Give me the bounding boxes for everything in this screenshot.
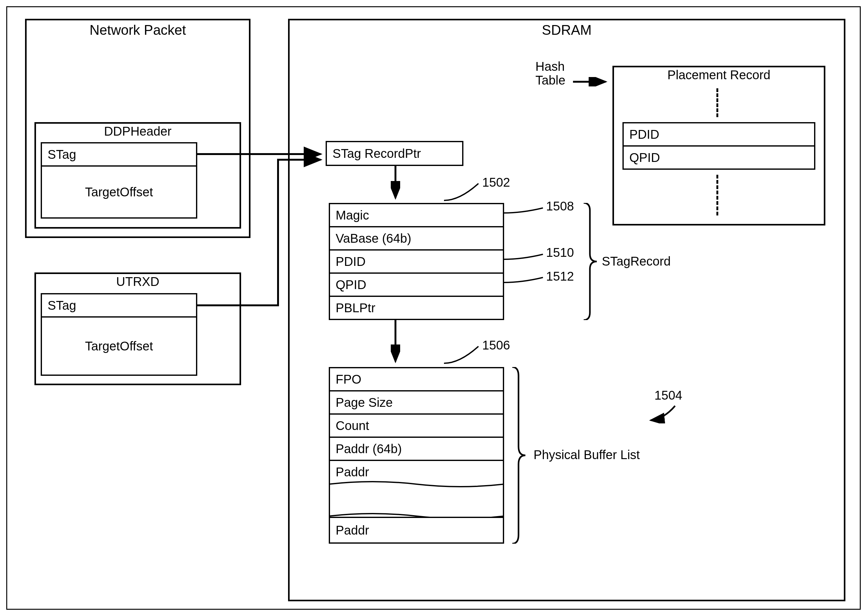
placement-record-ellipsis-top	[716, 88, 718, 117]
arrow-utrxd-to-recordptr	[196, 154, 326, 316]
ref-1506: 1506	[482, 338, 510, 352]
ref-1506-leader	[444, 344, 482, 366]
ref-1512: 1512	[546, 269, 574, 283]
sdram-title: SDRAM	[290, 22, 844, 38]
ref-1504: 1504	[654, 388, 682, 402]
stagrecord-label: STagRecord	[602, 254, 671, 269]
stagrecord-qpid: QPID	[329, 272, 504, 297]
pbl-paddr-2: Paddr	[329, 517, 504, 544]
ddp-targetoffset-cell: TargetOffset	[41, 165, 197, 218]
hash-table-label: Hash Table	[536, 60, 565, 87]
pbl-paddr64: Paddr (64b)	[329, 437, 504, 461]
stagrecord-pdid: PDID	[329, 249, 504, 274]
utrxd-targetoffset-cell: TargetOffset	[41, 316, 197, 376]
ddp-stag-cell: STag	[41, 142, 197, 167]
ref-1510-leader	[504, 253, 544, 266]
pbl-gap-top-wave	[329, 481, 504, 487]
pbl-paddr-1: Paddr	[329, 460, 504, 484]
ref-1508-leader	[504, 207, 544, 219]
ref-1510: 1510	[546, 245, 574, 259]
placement-record-pdid: PDID	[622, 122, 815, 146]
pbl-gap-cell	[329, 483, 504, 517]
diagram-canvas: Network Packet DDPHeader STag TargetOffs…	[0, 0, 867, 616]
utrxd-stag-cell: STag	[41, 293, 197, 317]
ref-1502: 1502	[482, 175, 510, 190]
pbl-brace	[512, 367, 526, 544]
placement-record-title: Placement Record	[614, 68, 824, 82]
arrow-recordptr-to-stagrecord	[391, 165, 400, 203]
placement-record-ellipsis-bottom	[716, 175, 718, 215]
stagrecord-pblptr: PBLPtr	[329, 295, 504, 320]
arrow-pblptr-to-pbl	[391, 319, 400, 366]
stagrecord-vabase: VaBase (64b)	[329, 226, 504, 250]
stagrecord-brace	[583, 203, 597, 320]
pbl-fpo: FPO	[329, 367, 504, 391]
ref-1502-leader	[444, 182, 482, 204]
placement-record-qpid: QPID	[622, 145, 815, 170]
ref-1508: 1508	[546, 199, 574, 213]
pbl-count: Count	[329, 413, 504, 438]
stagrecord-magic: Magic	[329, 203, 504, 227]
pbl-label: Physical Buffer List	[534, 448, 640, 462]
ref-1512-leader	[504, 276, 544, 289]
ref-1504-arrow	[648, 405, 678, 423]
pbl-pagesize: Page Size	[329, 390, 504, 415]
ddp-header-title: DDPHeader	[36, 124, 240, 138]
network-packet-title: Network Packet	[27, 22, 249, 38]
stag-recordptr-cell: STag RecordPtr	[326, 141, 463, 166]
hash-table-arrow	[573, 77, 611, 86]
